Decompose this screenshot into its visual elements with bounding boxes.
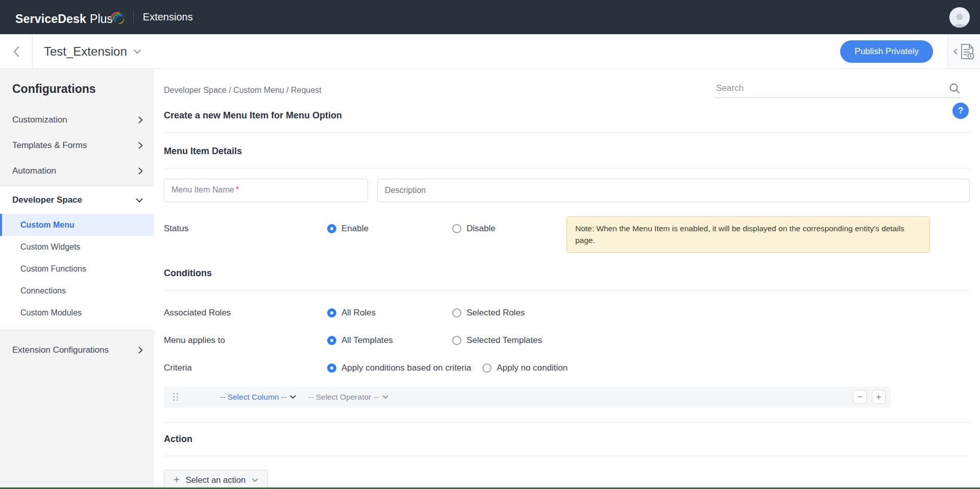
sidebar-item-custom-functions[interactable]: Custom Functions [0, 258, 154, 280]
apply-conditions-option[interactable]: Apply conditions based on criteria [327, 363, 471, 373]
back-button[interactable] [0, 34, 33, 68]
status-enable-option[interactable]: Enable [327, 224, 452, 234]
select-action-dropdown[interactable]: + Select an action [164, 470, 268, 488]
drag-handle-icon[interactable] [173, 393, 178, 401]
brand-name: ServiceDesk [15, 12, 86, 26]
sidebar-item-templates-forms[interactable]: Templates & Forms [0, 133, 154, 158]
description-input[interactable] [377, 179, 970, 202]
sidebar-item-label: Templates & Forms [12, 140, 87, 151]
radio-selected-templates[interactable] [452, 336, 461, 345]
chevron-right-icon [138, 116, 143, 124]
header-divider [133, 10, 134, 25]
radio-disable[interactable] [452, 224, 461, 233]
extension-toolbar: Test_Extension Publish Privately [0, 34, 980, 69]
sidebar-item-label: Customization [12, 115, 67, 125]
associated-roles-row: Associated Roles All Roles Selected Role… [164, 308, 970, 318]
all-roles-option[interactable]: All Roles [327, 308, 452, 318]
divider [164, 422, 970, 423]
sidebar-item-customization[interactable]: Customization [0, 107, 154, 133]
menu-item-name-field-wrap: Menu Item Name* [164, 179, 368, 202]
selected-roles-option[interactable]: Selected Roles [452, 308, 525, 318]
page-title: Create a new Menu Item for Menu Option [164, 110, 970, 121]
radio-apply-no-condition[interactable] [482, 363, 492, 373]
divider [164, 290, 970, 290]
user-avatar[interactable] [949, 7, 970, 28]
radio-apply-conditions[interactable] [327, 363, 336, 373]
sidebar-item-label: Extension Configurations [12, 345, 109, 355]
product-title: Extensions [143, 11, 193, 23]
sidebar-item-connections[interactable]: Connections [0, 280, 154, 302]
search-input[interactable] [715, 80, 961, 98]
sidebar-item-label: Custom Widgets [20, 242, 80, 252]
associated-roles-label: Associated Roles [164, 308, 327, 318]
extension-name: Test_Extension [44, 44, 127, 59]
configurations-sidebar: Configurations Customization Templates &… [0, 69, 154, 487]
help-button[interactable]: ? [952, 103, 969, 119]
chevron-right-icon [138, 167, 143, 175]
chevron-right-icon [138, 347, 143, 354]
chevron-down-icon [136, 198, 143, 203]
release-notes-panel-toggle[interactable] [947, 34, 980, 68]
app-window: ServiceDesk Plus Extensions [0, 0, 980, 489]
all-templates-option[interactable]: All Templates [327, 335, 452, 346]
menu-applies-to-label: Menu applies to [164, 335, 327, 346]
main-content: ? Developer Space / Custom Menu / Reques… [154, 69, 980, 487]
sidebar-item-developer-space[interactable]: Developer Space [0, 186, 154, 214]
menu-applies-to-row: Menu applies to All Templates Selected T… [164, 335, 970, 346]
radio-enable[interactable] [327, 224, 336, 233]
sidebar-item-automation[interactable]: Automation [0, 158, 154, 184]
chevron-down-icon [382, 395, 388, 399]
search-bar [715, 80, 961, 98]
menu-item-name-input[interactable] [164, 179, 368, 202]
chevron-right-icon [138, 142, 143, 149]
sidebar-item-custom-modules[interactable]: Custom Modules [0, 302, 154, 324]
status-row: Status Enable Disable Note: When the Men… [164, 216, 970, 253]
add-criteria-button[interactable]: + [872, 390, 886, 404]
criteria-builder-row: -- Select Column -- -- Select Operator -… [164, 386, 891, 408]
chevron-down-icon [252, 478, 258, 482]
breadcrumb[interactable]: Developer Space / Custom Menu / Request [164, 86, 322, 98]
radio-selected-roles[interactable] [452, 308, 461, 317]
apply-no-condition-option[interactable]: Apply no condition [482, 363, 568, 373]
select-operator-dropdown[interactable]: -- Select Operator -- [308, 393, 388, 402]
chevron-left-small-icon [953, 48, 958, 55]
search-icon[interactable] [949, 83, 960, 94]
sidebar-item-label: Custom Menu [20, 221, 75, 230]
plus-icon: + [174, 474, 180, 486]
divider [164, 132, 970, 133]
radio-all-roles[interactable] [327, 308, 336, 317]
section-title-menu-item-details: Menu Item Details [164, 146, 970, 157]
sidebar-item-label: Custom Functions [20, 264, 86, 274]
sidebar-item-custom-widgets[interactable]: Custom Widgets [0, 236, 154, 258]
chevron-down-icon [133, 49, 141, 54]
select-column-dropdown[interactable]: -- Select Column -- [220, 393, 296, 402]
remove-criteria-button[interactable]: − [853, 390, 867, 404]
status-note: Note: When the Menu Item is enabled, it … [567, 216, 930, 253]
section-title-action: Action [164, 434, 970, 445]
top-header: ServiceDesk Plus Extensions [0, 0, 980, 34]
sidebar-item-label: Developer Space [12, 195, 82, 205]
chevron-left-icon [13, 46, 20, 57]
sidebar-item-label: Automation [12, 166, 56, 176]
status-label: Status [164, 224, 327, 234]
developer-space-group: Developer Space Custom Menu Custom Widge… [0, 186, 154, 330]
criteria-row: Criteria Apply conditions based on crite… [164, 363, 970, 373]
chevron-down-icon [290, 395, 296, 399]
sidebar-item-extension-configurations[interactable]: Extension Configurations [0, 337, 154, 363]
publish-privately-button[interactable]: Publish Privately [840, 40, 933, 63]
sidebar-item-label: Connections [20, 286, 66, 296]
divider [164, 456, 970, 456]
divider [164, 168, 970, 168]
description-field-wrap [377, 179, 970, 202]
person-icon [951, 10, 968, 28]
servicedesk-logo[interactable]: ServiceDesk Plus [15, 9, 125, 26]
radio-all-templates[interactable] [327, 336, 336, 345]
sidebar-item-label: Custom Modules [20, 308, 82, 317]
section-title-conditions: Conditions [164, 268, 970, 279]
criteria-label: Criteria [164, 363, 327, 373]
status-disable-option[interactable]: Disable [452, 224, 496, 234]
sidebar-item-custom-menu[interactable]: Custom Menu [0, 214, 154, 236]
document-info-icon [960, 43, 975, 60]
selected-templates-option[interactable]: Selected Templates [452, 335, 542, 346]
extension-name-dropdown[interactable]: Test_Extension [33, 34, 141, 68]
